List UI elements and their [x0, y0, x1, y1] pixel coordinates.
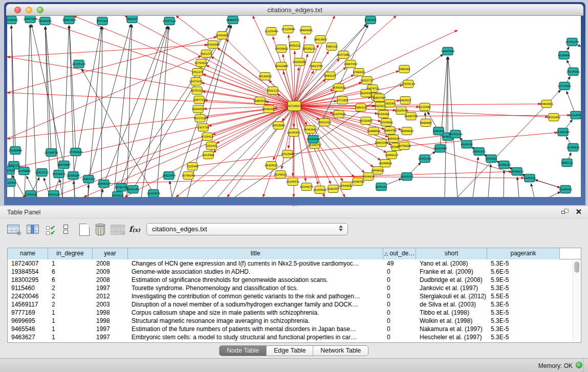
- network-node[interactable]: 10245012: [559, 186, 572, 193]
- network-window[interactable]: citations_edges.txt 18724007181302021032…: [4, 2, 585, 205]
- network-node[interactable]: 9245101: [375, 183, 387, 191]
- network-node[interactable]: 11544691: [380, 119, 393, 126]
- network-node[interactable]: 9245310: [524, 174, 535, 182]
- network-node[interactable]: 16021852: [547, 114, 560, 121]
- network-node[interactable]: 9275315: [191, 87, 203, 95]
- network-node[interactable]: 30975887: [57, 161, 71, 169]
- network-node[interactable]: 16534910: [7, 16, 18, 24]
- network-node[interactable]: 9154469: [377, 111, 389, 118]
- network-node[interactable]: 7485310: [325, 43, 337, 51]
- table-selector-dropdown[interactable]: citations_edges.txt: [146, 223, 348, 235]
- network-node[interactable]: 20135103: [72, 60, 85, 68]
- network-node[interactable]: 10807487: [373, 94, 386, 102]
- network-node[interactable]: 18807249: [375, 139, 388, 147]
- network-node[interactable]: 7614596: [202, 151, 214, 159]
- network-node[interactable]: 16782753: [115, 184, 128, 191]
- network-node[interactable]: 3771855: [336, 97, 348, 104]
- float-window-icon[interactable]: [561, 209, 570, 216]
- network-node[interactable]: 16342608: [303, 126, 317, 134]
- network-node[interactable]: 10321885: [275, 62, 288, 70]
- network-node[interactable]: 19467844: [441, 48, 455, 55]
- network-node[interactable]: 7225440: [186, 163, 198, 170]
- table-row[interactable]: 969969511998Structural magnetic resonanc…: [8, 317, 581, 325]
- network-node[interactable]: 16544642: [339, 182, 353, 190]
- network-node[interactable]: 15042166: [418, 155, 431, 163]
- network-node[interactable]: 30691406: [62, 16, 76, 24]
- network-node[interactable]: 9558321: [289, 42, 300, 50]
- network-node[interactable]: 16154426: [313, 186, 326, 194]
- network-node[interactable]: 16958107: [97, 180, 111, 188]
- network-node[interactable]: 16419602: [275, 45, 288, 53]
- network-node[interactable]: 11156880: [17, 167, 31, 175]
- network-node[interactable]: 19613795: [310, 62, 323, 70]
- network-node[interactable]: 10958127: [385, 151, 398, 159]
- network-node[interactable]: 16148211: [274, 171, 287, 179]
- network-node[interactable]: 18724007: [288, 101, 301, 111]
- network-node[interactable]: 8183041: [364, 16, 376, 24]
- network-node[interactable]: 3601275: [200, 50, 212, 58]
- network-node[interactable]: 12774301: [558, 82, 571, 90]
- table-row[interactable]: 1830029562008Estimation of significance …: [8, 276, 581, 284]
- network-node[interactable]: 18541201: [472, 148, 486, 156]
- network-node[interactable]: 8154245: [127, 186, 139, 193]
- network-node[interactable]: 11225449: [265, 28, 278, 35]
- delete-table-icon[interactable]: [95, 224, 105, 236]
- column-header-name[interactable]: name: [8, 248, 48, 259]
- column-header-in_degree[interactable]: in_degree: [48, 248, 93, 259]
- table-row[interactable]: 946554611997Estimation of the future num…: [8, 325, 581, 333]
- network-node[interactable]: 15245571: [286, 178, 299, 186]
- network-node[interactable]: 18145451: [287, 129, 300, 137]
- network-node[interactable]: 36717119: [193, 115, 207, 122]
- network-node[interactable]: 10214540: [569, 112, 581, 119]
- network-node[interactable]: 16471882: [337, 51, 350, 59]
- network-node[interactable]: 14200468: [206, 41, 220, 49]
- table-row[interactable]: 1456911722003Disruption of a novel membe…: [8, 300, 581, 309]
- network-node[interactable]: 18300295: [262, 105, 275, 113]
- network-node[interactable]: 9162457: [327, 185, 339, 193]
- network-node[interactable]: 2751475: [191, 69, 203, 76]
- network-node[interactable]: 12505185: [67, 172, 80, 180]
- network-node[interactable]: 9725412: [201, 133, 213, 141]
- table-row[interactable]: 1872400712008Changes of HCN gene express…: [8, 259, 581, 268]
- table-row[interactable]: 946362711997Embryonic stem cells: a mode…: [8, 333, 581, 341]
- network-node[interactable]: 16021444: [433, 145, 447, 152]
- network-node[interactable]: 14134301: [567, 68, 580, 76]
- network-node[interactable]: 162160: [385, 100, 395, 107]
- network-node[interactable]: 12160354: [556, 128, 570, 136]
- network-node[interactable]: 9583215: [324, 72, 336, 80]
- network-node[interactable]: 16021717: [360, 77, 374, 84]
- row-height-icon[interactable]: [63, 225, 68, 235]
- network-node[interactable]: 16887612: [253, 97, 267, 105]
- select-all-icon[interactable]: ✔✔: [46, 225, 55, 235]
- network-node[interactable]: 15046212: [510, 168, 524, 176]
- network-node[interactable]: 15046785: [351, 178, 364, 186]
- network-node[interactable]: 5572301: [96, 17, 108, 25]
- network-node[interactable]: 25166498: [9, 147, 22, 155]
- network-node[interactable]: 9645112: [561, 159, 573, 167]
- vertical-scrollbar[interactable]: [573, 260, 580, 342]
- network-node[interactable]: 28962571: [226, 16, 239, 24]
- network-node[interactable]: 22400621: [215, 32, 229, 39]
- tab-edge-table[interactable]: Edge Table: [267, 346, 313, 356]
- network-node[interactable]: 20557212: [163, 17, 176, 25]
- network-node[interactable]: 7252442: [205, 142, 217, 150]
- network-view[interactable]: 1872400718130202103218851562625619613795…: [7, 16, 581, 197]
- network-node[interactable]: 14515943: [272, 122, 285, 129]
- network-node[interactable]: 18954756: [383, 127, 397, 135]
- network-node[interactable]: 11047428: [332, 111, 345, 118]
- network-node[interactable]: 17359928: [69, 148, 82, 156]
- scrollbar-thumb[interactable]: [574, 261, 579, 273]
- network-node[interactable]: 3067714: [193, 96, 205, 104]
- table-row[interactable]: 1938455462009Genome-wide association stu…: [8, 268, 581, 276]
- network-node[interactable]: 16049216: [497, 161, 511, 169]
- network-node[interactable]: 16541519: [318, 119, 331, 126]
- network-node[interactable]: 16526210: [302, 45, 316, 53]
- network-node[interactable]: 18495756: [404, 113, 418, 120]
- network-node[interactable]: 8954935: [387, 135, 399, 143]
- network-node[interactable]: 18626341: [38, 17, 52, 25]
- network-node[interactable]: 16049562: [379, 160, 392, 167]
- network-node[interactable]: 19756928: [398, 142, 411, 150]
- network-node[interactable]: 2896257: [126, 16, 138, 23]
- show-column-icon[interactable]: [27, 225, 40, 235]
- network-node[interactable]: 9463627: [399, 97, 411, 104]
